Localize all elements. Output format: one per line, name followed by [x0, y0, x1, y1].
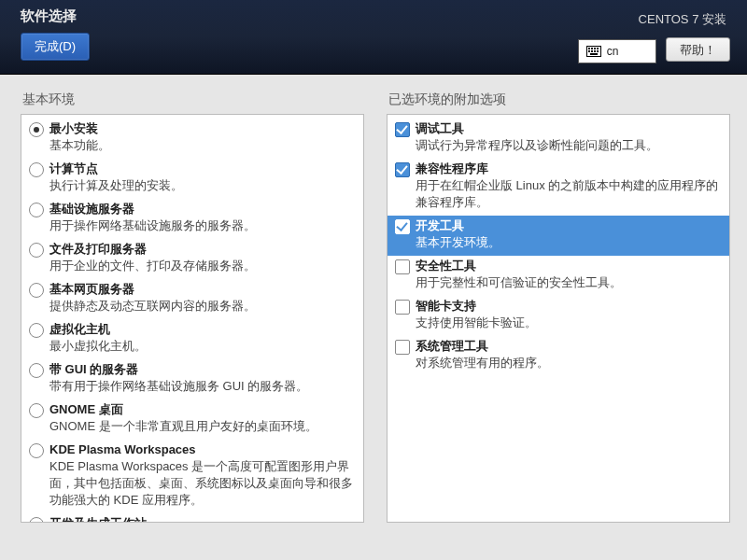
item-label: KDE Plasma Workspaces — [49, 441, 356, 458]
env-item[interactable]: 基础设施服务器用于操作网络基础设施服务的服务器。 — [21, 199, 363, 239]
radio-icon[interactable] — [29, 323, 44, 338]
item-label: 计算节点 — [49, 161, 356, 177]
item-desc: KDE Plasma Workspaces 是一个高度可配置图形用户界面，其中包… — [49, 458, 356, 509]
checkbox-icon[interactable] — [395, 300, 410, 315]
addon-item[interactable]: 兼容性程序库用于在红帽企业版 Linux 的之前版本中构建的应用程序的兼容程序库… — [388, 159, 729, 216]
svg-rect-9 — [597, 50, 599, 52]
item-desc: 用于在红帽企业版 Linux 的之前版本中构建的应用程序的兼容程序库。 — [416, 177, 722, 211]
base-env-column: 基本环境 最小安装基本功能。计算节点执行计算及处理的安装。基础设施服务器用于操作… — [21, 91, 364, 560]
radio-icon[interactable] — [29, 363, 44, 378]
addons-title: 已选环境的附加选项 — [387, 91, 730, 108]
checkbox-icon[interactable] — [395, 259, 410, 274]
env-item[interactable]: 带 GUI 的服务器带有用于操作网络基础设施服务 GUI 的服务器。 — [21, 359, 363, 399]
item-text: 开发及生成工作站用于软件、硬件、图形或者内容开发的工作站。 — [49, 515, 356, 523]
item-text: 兼容性程序库用于在红帽企业版 Linux 的之前版本中构建的应用程序的兼容程序库… — [416, 161, 722, 214]
item-desc: GNOME 是一个非常直观且用户友好的桌面环境。 — [49, 418, 356, 435]
addon-item[interactable]: 开发工具基本开发环境。 — [388, 216, 729, 256]
radio-icon[interactable] — [29, 243, 44, 258]
item-text: 基础设施服务器用于操作网络基础设施服务的服务器。 — [49, 201, 356, 237]
svg-rect-2 — [588, 48, 590, 49]
item-label: 兼容性程序库 — [416, 161, 722, 177]
item-text: 智能卡支持支持使用智能卡验证。 — [416, 298, 722, 334]
radio-icon[interactable] — [29, 443, 44, 458]
item-label: 基础设施服务器 — [49, 201, 356, 217]
item-label: GNOME 桌面 — [49, 401, 356, 418]
item-label: 虚拟化主机 — [49, 321, 356, 338]
content-area: 基本环境 最小安装基本功能。计算节点执行计算及处理的安装。基础设施服务器用于操作… — [0, 75, 747, 560]
item-label: 文件及打印服务器 — [49, 241, 356, 258]
item-label: 安全性工具 — [416, 258, 722, 274]
base-env-title: 基本环境 — [21, 91, 364, 108]
addon-item[interactable]: 智能卡支持支持使用智能卡验证。 — [388, 296, 729, 336]
checkbox-icon[interactable] — [395, 340, 410, 355]
addon-item[interactable]: 系统管理工具对系统管理有用的程序。 — [388, 336, 729, 376]
radio-icon[interactable] — [29, 162, 44, 177]
svg-rect-10 — [590, 53, 598, 55]
item-text: 系统管理工具对系统管理有用的程序。 — [416, 338, 722, 374]
item-desc: 基本功能。 — [49, 137, 356, 154]
done-button[interactable]: 完成(D) — [21, 33, 90, 61]
item-desc: 调试行为异常程序以及诊断性能问题的工具。 — [416, 137, 722, 154]
item-text: 虚拟化主机最小虚拟化主机。 — [49, 321, 356, 357]
keyboard-icon — [586, 46, 601, 57]
addon-item[interactable]: 安全性工具用于完整性和可信验证的安全性工具。 — [388, 256, 729, 296]
env-item[interactable]: 文件及打印服务器用于企业的文件、打印及存储服务器。 — [21, 239, 363, 279]
radio-icon[interactable] — [29, 283, 44, 298]
item-desc: 对系统管理有用的程序。 — [416, 355, 722, 371]
svg-rect-7 — [591, 50, 593, 52]
item-desc: 支持使用智能卡验证。 — [416, 315, 722, 331]
env-item[interactable]: 开发及生成工作站用于软件、硬件、图形或者内容开发的工作站。 — [21, 513, 363, 523]
item-label: 智能卡支持 — [416, 298, 722, 315]
keyboard-layout-indicator[interactable]: cn — [578, 39, 657, 63]
item-text: 最小安装基本功能。 — [49, 120, 356, 157]
radio-icon[interactable] — [29, 122, 44, 137]
addons-column: 已选环境的附加选项 调试工具调试行为异常程序以及诊断性能问题的工具。兼容性程序库… — [387, 91, 730, 560]
item-text: 计算节点执行计算及处理的安装。 — [49, 161, 356, 197]
env-item[interactable]: 最小安装基本功能。 — [21, 119, 363, 159]
radio-icon[interactable] — [29, 517, 44, 523]
item-label: 开发及生成工作站 — [49, 515, 356, 523]
svg-rect-6 — [588, 50, 590, 52]
item-label: 最小安装 — [49, 120, 356, 137]
addon-item[interactable]: 调试工具调试行为异常程序以及诊断性能问题的工具。 — [388, 119, 729, 159]
item-text: 开发工具基本开发环境。 — [416, 217, 722, 254]
item-desc: 带有用于操作网络基础设施服务 GUI 的服务器。 — [49, 378, 356, 395]
base-env-list[interactable]: 最小安装基本功能。计算节点执行计算及处理的安装。基础设施服务器用于操作网络基础设… — [21, 114, 364, 523]
item-desc: 用于操作网络基础设施服务的服务器。 — [49, 217, 356, 234]
radio-icon[interactable] — [29, 403, 44, 418]
env-item[interactable]: 基本网页服务器提供静态及动态互联网内容的服务器。 — [21, 279, 363, 319]
item-label: 开发工具 — [416, 217, 722, 234]
item-text: 带 GUI 的服务器带有用于操作网络基础设施服务 GUI 的服务器。 — [49, 361, 356, 398]
keyboard-lang-text: cn — [607, 45, 619, 58]
svg-rect-3 — [591, 48, 593, 49]
installer-header: 软件选择 完成(D) CENTOS 7 安装 cn 帮助！ — [0, 0, 747, 75]
item-label: 调试工具 — [416, 120, 722, 137]
env-item[interactable]: 计算节点执行计算及处理的安装。 — [21, 159, 363, 199]
checkbox-icon[interactable] — [395, 219, 410, 234]
item-desc: 用于企业的文件、打印及存储服务器。 — [49, 258, 356, 274]
item-desc: 执行计算及处理的安装。 — [49, 177, 356, 194]
svg-rect-8 — [594, 50, 596, 52]
item-desc: 基本开发环境。 — [416, 234, 722, 251]
env-item[interactable]: GNOME 桌面GNOME 是一个非常直观且用户友好的桌面环境。 — [21, 399, 363, 440]
addons-list[interactable]: 调试工具调试行为异常程序以及诊断性能问题的工具。兼容性程序库用于在红帽企业版 L… — [387, 114, 730, 523]
svg-rect-4 — [594, 48, 596, 49]
env-item[interactable]: KDE Plasma WorkspacesKDE Plasma Workspac… — [21, 440, 363, 513]
item-text: GNOME 桌面GNOME 是一个非常直观且用户友好的桌面环境。 — [49, 401, 356, 438]
env-item[interactable]: 虚拟化主机最小虚拟化主机。 — [21, 319, 363, 359]
checkbox-icon[interactable] — [395, 162, 410, 177]
install-label: CENTOS 7 安装 — [578, 11, 730, 28]
checkbox-icon[interactable] — [395, 122, 410, 137]
radio-icon[interactable] — [29, 203, 44, 217]
item-text: 文件及打印服务器用于企业的文件、打印及存储服务器。 — [49, 241, 356, 277]
item-text: 安全性工具用于完整性和可信验证的安全性工具。 — [416, 258, 722, 294]
item-text: KDE Plasma WorkspacesKDE Plasma Workspac… — [49, 441, 356, 511]
svg-rect-5 — [597, 48, 599, 49]
help-button[interactable]: 帮助！ — [666, 37, 730, 62]
header-right: CENTOS 7 安装 cn 帮助！ — [578, 11, 730, 63]
item-label: 系统管理工具 — [416, 338, 722, 355]
item-text: 基本网页服务器提供静态及动态互联网内容的服务器。 — [49, 281, 356, 317]
item-desc: 提供静态及动态互联网内容的服务器。 — [49, 298, 356, 315]
item-text: 调试工具调试行为异常程序以及诊断性能问题的工具。 — [416, 120, 722, 157]
item-label: 带 GUI 的服务器 — [49, 361, 356, 378]
